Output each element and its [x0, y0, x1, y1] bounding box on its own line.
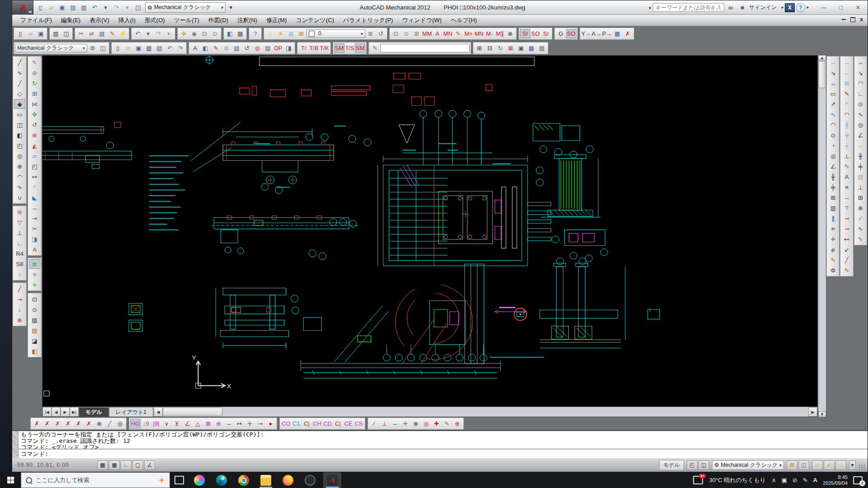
dim-continue-icon[interactable]: ╪	[827, 182, 839, 192]
corner-icon[interactable]: ∟	[14, 238, 25, 248]
rect-chamfer-icon[interactable]: ◧	[14, 130, 25, 140]
polyline-icon[interactable]: ∿	[14, 68, 25, 78]
menu-4[interactable]: 形式(O)	[140, 15, 170, 26]
vertical-scroll-track[interactable]	[818, 89, 826, 412]
dim-center-icon[interactable]: ✛	[827, 234, 839, 244]
mech-layer-parallel-icon[interactable]: M∥	[495, 29, 505, 38]
osnap-intersection-icon[interactable]: ✗	[52, 419, 63, 428]
sign-in-button[interactable]: サインイン	[749, 4, 780, 11]
rotate-icon[interactable]: ↻	[29, 78, 40, 88]
open-icon[interactable]: ▱	[46, 3, 57, 12]
vertical-scroll-thumb[interactable]	[819, 61, 826, 88]
redo-icon[interactable]: ↷	[175, 43, 185, 53]
content-palette-icon[interactable]: ▦	[612, 29, 623, 38]
grid-toggle[interactable]: ▦	[109, 460, 120, 470]
line-icon[interactable]: ╱	[14, 57, 25, 67]
properties-icon[interactable]: ◧	[200, 43, 211, 53]
dim3-edit-icon[interactable]: ✎	[855, 234, 866, 244]
dim3-linear-icon[interactable]: ↔	[855, 57, 866, 67]
detail-view-icon[interactable]: ⊙	[29, 305, 40, 314]
weather-widget[interactable]: 30°C 晴れのちくもり	[709, 476, 766, 484]
plot-icon[interactable]: ▥	[79, 3, 89, 12]
dim3-ordinate-icon[interactable]: ∟	[855, 89, 866, 99]
paste-icon[interactable]: ▧	[231, 43, 242, 53]
exchange-apps-icon[interactable]: X	[785, 3, 795, 12]
status-menu-icon[interactable]: ▾	[849, 460, 856, 470]
group-add-icon[interactable]: ⊞	[474, 43, 485, 53]
stretch-icon[interactable]: ↦	[29, 172, 40, 182]
drawing-quick-view-icon[interactable]: ◫	[698, 460, 709, 470]
snap-box-icon[interactable]: ⊠	[203, 419, 213, 428]
resize-grip[interactable]	[859, 464, 865, 470]
dim3-arc-icon[interactable]: ◠	[855, 78, 866, 88]
model-space-button[interactable]: モデル	[659, 460, 684, 470]
close-button[interactable]: ✕	[849, 2, 867, 14]
layer-on-icon[interactable]: ○	[265, 29, 275, 38]
osnap-endpoint-icon[interactable]: ✗	[32, 419, 42, 428]
dim-break-icon[interactable]: ∥	[827, 213, 839, 223]
layer-thaw-icon[interactable]: ☀	[275, 29, 286, 38]
horizontal-scrollbar[interactable]: ◀ ▶	[153, 407, 817, 417]
task-view-icon[interactable]	[175, 476, 184, 484]
offset-icon[interactable]: ▱	[29, 151, 40, 161]
qat-more-button[interactable]: ▾	[226, 3, 236, 12]
mech-layer-new-icon[interactable]: MN	[474, 29, 484, 38]
circle-2pt-icon[interactable]: ⊕	[14, 161, 25, 171]
redo-dropdown-icon[interactable]: ▾	[164, 29, 174, 38]
trim-corner-icon[interactable]: ◰	[29, 161, 40, 171]
hatch-edit-icon[interactable]: ▧	[29, 325, 40, 335]
fill-color-icon[interactable]: ◧	[29, 346, 40, 356]
cleanscreen-bulb-icon[interactable]: ○	[835, 460, 846, 470]
menu-5[interactable]: ツール(T)	[170, 15, 204, 26]
power-snap-plus-icon[interactable]: ✚	[431, 419, 442, 428]
snap-stub-icon[interactable]: ⊸	[255, 419, 265, 428]
dim-aligned2-icon[interactable]: ↗	[827, 99, 839, 109]
cut-icon[interactable]: ✂	[76, 29, 86, 38]
zoom-window-icon[interactable]: ⊡	[199, 29, 210, 38]
redo-icon[interactable]: ↷	[153, 29, 164, 38]
layer-isolate-icon[interactable]: ◍	[286, 29, 296, 38]
array-icon[interactable]: ⊞	[29, 89, 40, 99]
doc-restore-icon[interactable]	[850, 17, 855, 22]
layer-group1-icon[interactable]: ≣	[29, 259, 40, 269]
circle-icon[interactable]: ◎	[14, 151, 25, 161]
ime-mode-icon[interactable]: A	[813, 477, 817, 483]
dim-qdim-icon[interactable]: ▥	[827, 203, 839, 213]
taskbar-chrome-icon[interactable]	[235, 472, 253, 488]
help-icon[interactable]: ?	[796, 3, 805, 12]
menu-1[interactable]: 編集(E)	[57, 15, 85, 26]
mech-cancel-icon[interactable]: ⊗	[505, 29, 515, 38]
scroll-up-icon[interactable]: ▲	[818, 55, 826, 61]
chamfer-icon[interactable]: ◣	[29, 192, 40, 202]
command-prompt-input[interactable]: コマンド:	[19, 450, 868, 458]
dim-ordinate-icon[interactable]: ⊞	[827, 192, 839, 202]
dim-linear-icon[interactable]: ↔	[827, 57, 839, 67]
copy-icon[interactable]: ▧	[154, 43, 165, 53]
workspace-combo-2[interactable]: Mechanical クラシック ▾	[15, 44, 87, 52]
polygon2-icon[interactable]: ◆	[14, 99, 25, 109]
detail-edit-icon[interactable]: ✎	[370, 43, 380, 53]
sm2-icon[interactable]: SM	[355, 43, 365, 53]
horizontal-scroll-thumb[interactable]	[163, 408, 222, 416]
mech-text-edit-icon[interactable]: A	[432, 29, 443, 38]
workspace-switching-button[interactable]: ⚙ Mechanical クラシック ▾	[712, 460, 784, 470]
mech-layer-remove-icon[interactable]: M-	[484, 29, 495, 38]
save-icon[interactable]: ▣	[57, 3, 67, 12]
t-s-icon[interactable]: T/S	[344, 43, 355, 53]
zoom-extents-icon[interactable]: ⊞	[411, 29, 422, 38]
dim3-baseline-icon[interactable]: ╫	[855, 151, 866, 161]
ce-icon[interactable]: CE	[343, 419, 354, 428]
layer-group3-icon[interactable]: ≡	[29, 280, 40, 290]
snap-width-icon[interactable]: ↔	[224, 419, 234, 428]
a-arrow-icon[interactable]: A→	[591, 29, 602, 38]
mech-brush-icon[interactable]: ✎	[453, 29, 463, 38]
snap-parallel-icon[interactable]: ⊻	[172, 419, 182, 428]
menu-12[interactable]: ヘルプ(H)	[446, 15, 481, 26]
copy-to-clipboard-icon[interactable]: ▣	[516, 43, 526, 53]
snap-rotate-icon[interactable]: △	[193, 419, 203, 428]
centerline-icon[interactable]: ╱	[14, 284, 25, 294]
infocenter-collapse-icon[interactable]: ▸	[649, 5, 651, 10]
menu-10[interactable]: パラメトリック(P)	[339, 15, 397, 26]
pdim-datum-icon[interactable]: ⊥	[841, 151, 852, 161]
zoom-realtime-icon[interactable]: ◉	[189, 29, 199, 38]
